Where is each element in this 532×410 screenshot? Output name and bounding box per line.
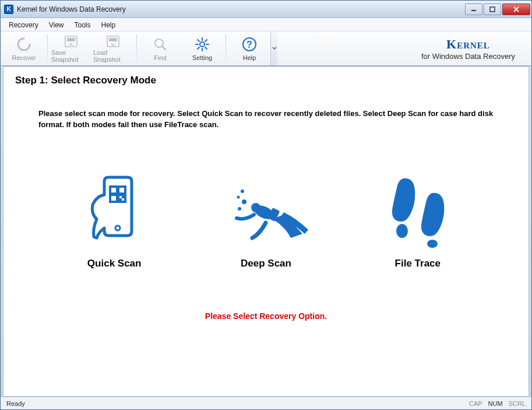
- select-prompt: Please Select Recovery Option.: [15, 311, 517, 321]
- save-snapshot-icon: [63, 34, 79, 47]
- menu-help[interactable]: Help: [97, 20, 121, 30]
- toolbar: Recover Save Snapshot Load Snapshot: [1, 31, 531, 66]
- svg-rect-24: [122, 198, 124, 201]
- minimize-icon: [471, 6, 477, 12]
- brand-logo: Kernel for Windows Data Recovery: [414, 31, 529, 65]
- svg-line-13: [198, 40, 199, 41]
- toolbar-overflow-button[interactable]: [270, 31, 277, 65]
- setting-button[interactable]: Setting: [181, 31, 223, 65]
- close-button[interactable]: [502, 3, 530, 15]
- recovery-options: Quick Scan Deep Scan: [15, 173, 517, 269]
- svg-rect-20: [111, 188, 116, 192]
- menubar: Recovery View Tools Help: [1, 18, 531, 31]
- quick-scan-option[interactable]: Quick Scan: [56, 173, 172, 269]
- setting-label: Setting: [192, 54, 212, 61]
- load-snapshot-button: Load Snapshot: [92, 31, 134, 65]
- svg-point-28: [242, 199, 246, 204]
- menu-recovery[interactable]: Recovery: [4, 20, 43, 30]
- quick-scan-icon: [82, 173, 146, 248]
- instructions-text: Please select scan mode for recovery. Se…: [15, 108, 517, 131]
- deep-scan-option[interactable]: Deep Scan: [207, 184, 324, 269]
- svg-line-15: [205, 40, 207, 41]
- menu-view[interactable]: View: [44, 20, 69, 30]
- window-controls: [465, 3, 530, 15]
- load-snapshot-icon: [105, 34, 121, 47]
- maximize-button[interactable]: [484, 3, 501, 15]
- svg-point-34: [427, 240, 438, 248]
- recover-button: Recover: [3, 31, 45, 65]
- caps-indicator: CAP: [469, 400, 482, 407]
- chevron-down-icon: [272, 44, 277, 52]
- svg-rect-0: [471, 10, 476, 11]
- svg-point-27: [237, 195, 240, 198]
- svg-point-29: [238, 207, 241, 211]
- svg-line-16: [198, 47, 199, 49]
- window-title: Kernel for Windows Data Recovery: [17, 5, 465, 13]
- minimize-button[interactable]: [465, 3, 482, 15]
- load-snapshot-label: Load Snapshot: [93, 49, 133, 63]
- quick-scan-label: Quick Scan: [87, 258, 142, 269]
- deep-scan-icon: [222, 184, 309, 248]
- page-title: Step 1: Select Recovery Mode: [15, 75, 517, 86]
- svg-rect-21: [119, 188, 124, 192]
- find-icon: [152, 36, 168, 52]
- svg-point-33: [396, 224, 408, 238]
- recover-icon: [16, 36, 32, 52]
- scroll-indicator: SCRL: [509, 400, 526, 407]
- close-icon: [513, 6, 520, 12]
- svg-text:?: ?: [246, 40, 252, 50]
- brand-subtitle: for Windows Data Recovery: [421, 52, 515, 61]
- svg-point-25: [115, 226, 120, 230]
- content-area: Step 1: Select Recovery Mode Please sele…: [3, 66, 529, 397]
- brand-name: Kernel: [446, 37, 490, 52]
- svg-point-8: [200, 42, 205, 47]
- setting-icon: [194, 36, 210, 52]
- deep-scan-label: Deep Scan: [241, 258, 291, 269]
- save-snapshot-button: Save Snapshot: [50, 31, 92, 65]
- titlebar: K Kernel for Windows Data Recovery: [1, 1, 531, 18]
- file-trace-icon: [380, 173, 456, 248]
- toolbar-separator: [226, 35, 226, 62]
- svg-line-14: [205, 47, 207, 49]
- svg-line-7: [162, 46, 165, 50]
- status-ready: Ready: [6, 400, 469, 407]
- svg-rect-5: [109, 38, 117, 41]
- num-indicator: NUM: [488, 400, 503, 407]
- help-button[interactable]: ? Help: [228, 31, 270, 65]
- statusbar: Ready CAP NUM SCRL: [1, 397, 531, 409]
- maximize-icon: [489, 6, 495, 12]
- recover-label: Recover: [12, 54, 36, 61]
- help-label: Help: [243, 54, 256, 61]
- help-icon: ?: [241, 36, 258, 52]
- svg-rect-23: [119, 196, 122, 198]
- menu-tools[interactable]: Tools: [69, 20, 95, 30]
- file-trace-label: File Trace: [395, 258, 441, 269]
- app-window: K Kernel for Windows Data Recovery Recov…: [0, 0, 532, 410]
- save-snapshot-label: Save Snapshot: [51, 49, 91, 63]
- toolbar-separator: [47, 35, 48, 62]
- toolbar-spacer: [277, 31, 414, 65]
- svg-rect-22: [111, 196, 116, 201]
- find-label: Find: [154, 54, 166, 61]
- svg-rect-3: [67, 38, 75, 41]
- svg-rect-1: [490, 7, 495, 12]
- svg-point-26: [241, 190, 244, 193]
- app-icon: K: [4, 5, 13, 14]
- toolbar-separator: [136, 35, 137, 62]
- status-indicators: CAP NUM SCRL: [469, 400, 526, 407]
- find-button: Find: [139, 31, 181, 65]
- file-trace-option[interactable]: File Trace: [360, 173, 476, 269]
